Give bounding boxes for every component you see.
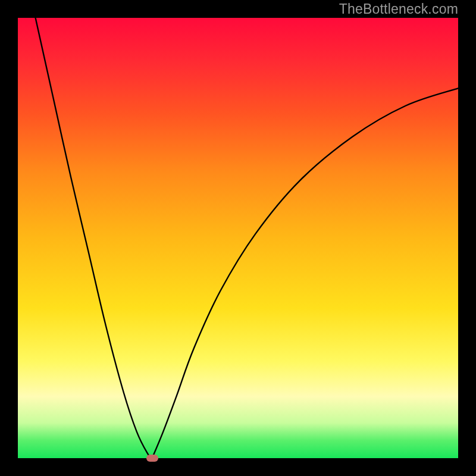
- watermark-text: TheBottleneck.com: [339, 1, 458, 17]
- plot-area: [18, 18, 458, 458]
- curve-left-branch: [36, 18, 152, 458]
- chart-frame: TheBottleneck.com: [0, 0, 476, 476]
- curve-right-branch: [152, 88, 458, 458]
- bottleneck-curve: [18, 18, 458, 458]
- bottleneck-marker: [146, 455, 158, 462]
